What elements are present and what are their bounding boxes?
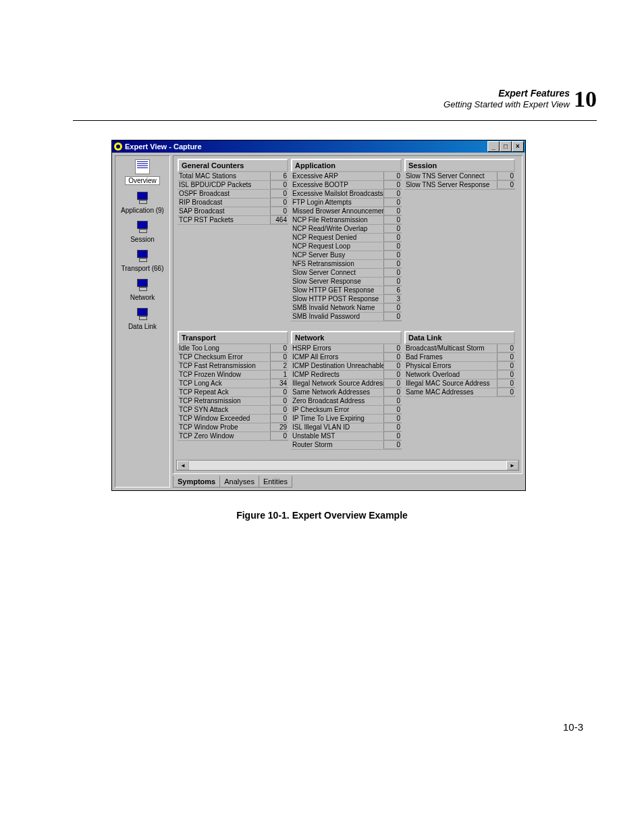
counter-row[interactable]: Slow Server Response0 <box>291 278 402 286</box>
window-titlebar[interactable]: Expert View - Capture _ □ × <box>112 140 525 153</box>
counter-name: ISL BPDU/CDP Packets <box>178 181 270 189</box>
session-icon <box>136 219 149 233</box>
counter-row[interactable]: HSRP Errors0 <box>291 344 402 353</box>
counter-name: TCP Checksum Error <box>178 353 270 361</box>
counter-name: OSPF Broadcast <box>178 190 270 198</box>
counter-value: 0 <box>497 362 515 370</box>
counter-row[interactable]: SMB Invalid Password0 <box>291 313 402 321</box>
counter-row[interactable]: Zero Broadcast Address0 <box>291 397 402 406</box>
sidebar-item-overview[interactable]: Overview <box>117 159 168 185</box>
counter-name: Illegal MAC Source Address <box>404 380 497 388</box>
counter-row[interactable]: NCP Request Loop0 <box>291 242 402 251</box>
counter-row[interactable]: SMB Invalid Network Name0 <box>291 304 402 313</box>
counter-row[interactable]: Router Storm0 <box>291 441 402 450</box>
counter-row[interactable]: TCP Checksum Error0 <box>178 353 288 362</box>
sidebar-item-network[interactable]: Network <box>117 276 168 301</box>
counter-name: Physical Errors <box>404 362 497 370</box>
sidebar-item-application[interactable]: Application (9) <box>117 189 168 214</box>
counter-row[interactable]: TCP SYN Attack0 <box>178 406 288 415</box>
counter-value: 0 <box>383 415 402 423</box>
counter-value: 0 <box>270 415 288 423</box>
horizontal-scrollbar[interactable]: ◄ ► <box>176 460 519 471</box>
counter-value: 3 <box>383 295 402 303</box>
counter-row[interactable]: NCP Server Busy0 <box>291 251 402 260</box>
counter-row[interactable]: Total MAC Stations6 <box>178 172 288 181</box>
panel-top-1-header: Application <box>291 159 402 172</box>
panel-bottom-0-list: Idle Too Long0TCP Checksum Error0TCP Fas… <box>178 344 288 441</box>
counter-row[interactable]: TCP Repeat Ack0 <box>178 388 288 397</box>
sidebar-item-datalink[interactable]: Data Link <box>117 305 168 330</box>
counter-name: Unstable MST <box>291 432 383 440</box>
counter-row[interactable]: Excessive Mailslot Broadcasts0 <box>291 190 402 199</box>
counter-row[interactable]: ICMP Destination Unreachable0 <box>291 362 402 371</box>
counter-value: 1 <box>270 371 288 379</box>
counter-row[interactable]: IP Time To Live Expiring0 <box>291 415 402 423</box>
counter-row[interactable]: TCP Zero Window0 <box>178 432 288 441</box>
counter-value: 0 <box>497 388 515 396</box>
counter-row[interactable]: Physical Errors0 <box>404 362 515 371</box>
counter-row[interactable]: NCP Read/Write Overlap0 <box>291 225 402 234</box>
counter-name: IP Checksum Error <box>291 406 383 414</box>
counter-row[interactable]: Missed Browser Announcement0 <box>291 207 402 216</box>
counter-row[interactable]: TCP Long Ack34 <box>178 380 288 388</box>
counter-value: 0 <box>383 432 402 440</box>
counter-row[interactable]: ICMP Redirects0 <box>291 371 402 380</box>
counter-row[interactable]: Slow TNS Server Connect0 <box>404 172 515 181</box>
counter-row[interactable]: Same MAC Addresses0 <box>404 388 515 397</box>
counter-row[interactable]: NCP Request Denied0 <box>291 234 402 242</box>
counter-row[interactable]: NFS Retransmission0 <box>291 260 402 269</box>
tab-analyses[interactable]: Analyses <box>219 475 259 488</box>
counter-name: Slow HTTP GET Response <box>291 286 383 294</box>
counter-row[interactable]: FTP Login Attempts0 <box>291 199 402 207</box>
counter-row[interactable]: SAP Broadcast0 <box>178 207 288 216</box>
counter-row[interactable]: Slow TNS Server Response0 <box>404 181 515 190</box>
counter-row[interactable]: Broadcast/Multicast Storm0 <box>404 344 515 353</box>
counter-value: 0 <box>497 181 515 189</box>
counter-row[interactable]: Slow HTTP POST Response3 <box>291 295 402 304</box>
counter-value: 0 <box>383 371 402 379</box>
scroll-left-button[interactable]: ◄ <box>177 461 189 470</box>
counter-name: FTP Login Attempts <box>291 199 383 207</box>
counter-row[interactable]: TCP Fast Retransmission2 <box>178 362 288 371</box>
panel-top-0-list: Total MAC Stations6ISL BPDU/CDP Packets0… <box>178 172 288 225</box>
counter-value: 0 <box>383 423 402 432</box>
maximize-button[interactable]: □ <box>500 141 512 152</box>
counter-row[interactable]: Same Network Addresses0 <box>291 388 402 397</box>
chapter-number: 10 <box>574 86 597 112</box>
counter-row[interactable]: TCP Retransmission0 <box>178 397 288 406</box>
counter-row[interactable]: TCP Frozen Window1 <box>178 371 288 380</box>
counter-row[interactable]: RIP Broadcast0 <box>178 199 288 207</box>
minimize-button[interactable]: _ <box>487 141 500 152</box>
counter-row[interactable]: Excessive ARP0 <box>291 172 402 181</box>
counter-row[interactable]: TCP Window Exceeded0 <box>178 415 288 423</box>
counter-row[interactable]: Unstable MST0 <box>291 432 402 441</box>
counter-row[interactable]: Network Overload0 <box>404 371 515 380</box>
tab-entities[interactable]: Entities <box>259 475 292 488</box>
counter-row[interactable]: Excessive BOOTP0 <box>291 181 402 190</box>
counter-row[interactable]: ICMP All Errors0 <box>291 353 402 362</box>
scroll-track[interactable] <box>189 461 506 470</box>
counter-value: 0 <box>383 225 402 233</box>
counter-name: SMB Invalid Network Name <box>291 304 383 312</box>
counter-row[interactable]: Idle Too Long0 <box>178 344 288 353</box>
counter-row[interactable]: Slow HTTP GET Response6 <box>291 286 402 295</box>
counter-row[interactable]: Slow Server Connect0 <box>291 269 402 278</box>
sidebar-item-session[interactable]: Session <box>117 218 168 243</box>
counter-name: Missed Browser Announcement <box>291 207 383 215</box>
sidebar-item-transport[interactable]: Transport (66) <box>117 247 168 272</box>
counter-row[interactable]: Illegal Network Source Address0 <box>291 380 402 388</box>
counter-row[interactable]: IP Checksum Error0 <box>291 406 402 415</box>
counter-row[interactable]: NCP File Retransmission0 <box>291 216 402 225</box>
counter-row[interactable]: OSPF Broadcast0 <box>178 190 288 199</box>
counter-row[interactable]: Bad Frames0 <box>404 353 515 362</box>
scroll-right-button[interactable]: ► <box>506 461 518 470</box>
counter-row[interactable]: TCP Window Probe29 <box>178 423 288 432</box>
counter-row[interactable]: ISL BPDU/CDP Packets0 <box>178 181 288 190</box>
counter-row[interactable]: Illegal MAC Source Address0 <box>404 380 515 388</box>
counter-row[interactable]: ISL Illegal VLAN ID0 <box>291 423 402 432</box>
tab-symptoms[interactable]: Symptoms <box>173 475 220 488</box>
counter-row[interactable]: TCP RST Packets464 <box>178 216 288 225</box>
counter-value: 0 <box>270 199 288 207</box>
figure-caption: Figure 10-1. Expert Overview Example <box>0 510 644 521</box>
close-button[interactable]: × <box>512 141 524 152</box>
